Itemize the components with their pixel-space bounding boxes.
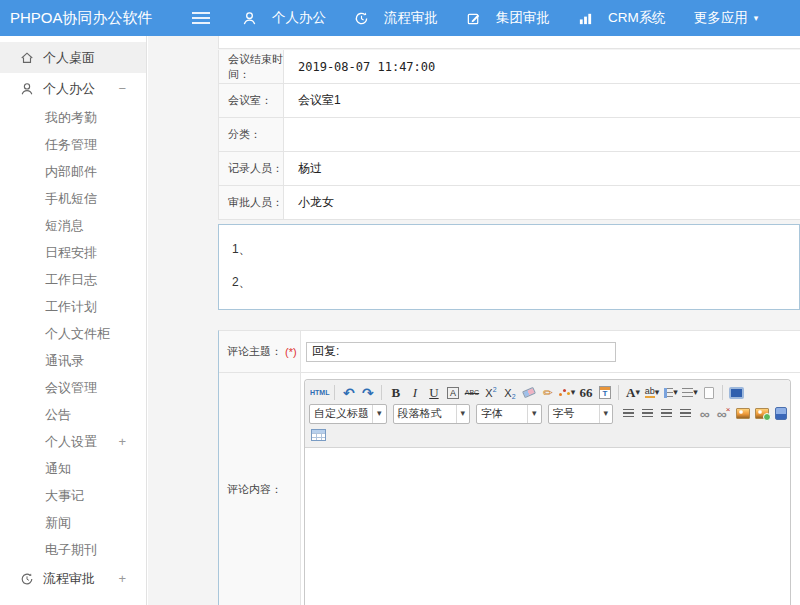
- insert-image-button[interactable]: [734, 405, 751, 422]
- insert-table-button[interactable]: [310, 426, 327, 443]
- bold-button[interactable]: B: [387, 384, 404, 401]
- highlight-button[interactable]: ab▾: [643, 384, 660, 401]
- nav-workflow-approval[interactable]: 流程审批: [354, 9, 438, 27]
- link-icon: ∞: [700, 409, 710, 419]
- align-left-icon: [623, 409, 634, 419]
- sidebar-item-major-events[interactable]: 大事记: [0, 482, 146, 509]
- nav-label: 集团审批: [496, 9, 550, 27]
- field-label: 分类：: [219, 118, 284, 151]
- font-color-button[interactable]: A▾: [624, 384, 641, 401]
- field-value-category: [284, 118, 800, 151]
- justify-icon: [680, 409, 691, 419]
- chevron-down-icon: ▾: [693, 388, 698, 397]
- editor-content[interactable]: [305, 448, 790, 605]
- special-color-button[interactable]: ▾: [558, 384, 575, 401]
- sidebar-item-personal-office[interactable]: 个人办公 −: [0, 73, 146, 104]
- superscript-button[interactable]: X2: [482, 384, 499, 401]
- table-row: 会议结束时间： 2019-08-07 11:47:00: [219, 50, 800, 84]
- sidebar-item-tasks[interactable]: 任务管理: [0, 131, 146, 158]
- chevron-down-icon: ▾: [456, 405, 470, 423]
- field-label: 会议室：: [219, 84, 284, 117]
- sidebar-item-e-journal[interactable]: 电子期刊: [0, 536, 146, 563]
- sidebar-item-short-message[interactable]: 短消息: [0, 212, 146, 239]
- comment-subject-label: 评论主题： (*): [219, 331, 301, 372]
- sidebar-item-workflow-approval[interactable]: 流程审批 +: [0, 563, 146, 594]
- expand-icon[interactable]: +: [118, 571, 126, 586]
- meeting-detail-table: 会议结束时间： 2019-08-07 11:47:00 会议室： 会议室1 分类…: [218, 50, 800, 220]
- sidebar-item-news[interactable]: 新闻: [0, 509, 146, 536]
- sidebar-item-personal-files[interactable]: 个人文件柜: [0, 320, 146, 347]
- redo-button[interactable]: ↷: [359, 384, 376, 401]
- sidebar-item-meeting-management[interactable]: 会议管理: [0, 374, 146, 401]
- font-size-select[interactable]: 字号▾: [548, 404, 614, 424]
- custom-heading-select[interactable]: 自定义标题▾: [309, 404, 387, 424]
- sidebar-item-attendance[interactable]: 我的考勤: [0, 104, 146, 131]
- insert-link-button[interactable]: ∞: [696, 405, 713, 422]
- blockquote-button[interactable]: 66: [577, 384, 594, 401]
- nav-crm-system[interactable]: CRM系统: [578, 9, 666, 27]
- undo-button[interactable]: ↶: [340, 384, 357, 401]
- strikethrough-button[interactable]: ABC: [463, 384, 480, 401]
- format-painter-button[interactable]: ✏: [539, 384, 556, 401]
- underline-button[interactable]: U: [425, 384, 442, 401]
- select-value: 自定义标题: [310, 406, 372, 421]
- comment-subject-input[interactable]: [306, 342, 616, 362]
- minutes-line: 2、: [232, 266, 799, 299]
- sidebar-item-label: 新闻: [45, 515, 71, 530]
- paragraph-format-select[interactable]: 段落格式▾: [393, 404, 471, 424]
- comment-content-label: 评论内容：: [219, 373, 301, 605]
- meeting-minutes-box[interactable]: 1、 2、: [218, 224, 800, 310]
- nav-more-apps[interactable]: 更多应用 ▾: [694, 9, 759, 27]
- sidebar-item-mobile-sms[interactable]: 手机短信: [0, 185, 146, 212]
- sidebar-item-work-log[interactable]: 工作日志: [0, 266, 146, 293]
- sidebar-item-internal-mail[interactable]: 内部邮件: [0, 158, 146, 185]
- sidebar-item-contacts[interactable]: 通讯录: [0, 347, 146, 374]
- remove-link-button[interactable]: ∞×: [715, 405, 732, 422]
- top-nav: 个人办公 流程审批 集团审批 CRM系统 更多应用 ▾: [242, 9, 758, 27]
- italic-button[interactable]: I: [406, 384, 423, 401]
- align-center-button[interactable]: [639, 405, 656, 422]
- sidebar-item-label: 工作计划: [45, 299, 97, 314]
- superscript-base: X: [485, 387, 492, 399]
- font-family-select[interactable]: 字体▾: [476, 404, 542, 424]
- remove-format-button[interactable]: [520, 384, 537, 401]
- nav-personal-office[interactable]: 个人办公: [242, 9, 326, 27]
- boxed-a-icon: A: [447, 387, 459, 399]
- rich-text-editor: HTML ↶ ↷ B I U A ABC X2 X2: [304, 379, 791, 605]
- ordered-list-button[interactable]: ▾: [662, 384, 679, 401]
- field-label: 会议结束时间：: [219, 50, 284, 83]
- upload-image-button[interactable]: [753, 405, 770, 422]
- unordered-list-button[interactable]: ▾: [681, 384, 698, 401]
- subscript-button[interactable]: X2: [501, 384, 518, 401]
- collapse-icon[interactable]: −: [118, 81, 126, 96]
- new-document-button[interactable]: [700, 384, 717, 401]
- insert-media-button[interactable]: [772, 405, 789, 422]
- font-style-button[interactable]: A: [444, 384, 461, 401]
- superscript-mark: 2: [493, 386, 497, 393]
- sidebar-item-label: 短消息: [45, 218, 84, 233]
- hamburger-menu-icon[interactable]: [192, 12, 210, 24]
- sidebar-item-schedule[interactable]: 日程安排: [0, 239, 146, 266]
- justify-button[interactable]: [677, 405, 694, 422]
- subscript-base: X: [504, 387, 511, 399]
- sidebar-item-announcement[interactable]: 公告: [0, 401, 146, 428]
- toolbar-separator: [381, 385, 382, 400]
- image-icon: [736, 408, 750, 419]
- table-row: 记录人员： 杨过: [219, 152, 800, 186]
- monitor-icon: [729, 387, 744, 399]
- edit-icon: [466, 11, 481, 26]
- sidebar-item-personal-desktop[interactable]: 个人桌面: [0, 42, 146, 73]
- expand-icon[interactable]: +: [118, 428, 126, 455]
- fullscreen-button[interactable]: [728, 384, 745, 401]
- paste-as-text-button[interactable]: T: [596, 384, 613, 401]
- toolbar-separator: [618, 385, 619, 400]
- align-right-button[interactable]: [658, 405, 675, 422]
- table-row: 分类：: [219, 118, 800, 152]
- nav-group-approval[interactable]: 集团审批: [466, 9, 550, 27]
- sidebar-item-work-plan[interactable]: 工作计划: [0, 293, 146, 320]
- user-icon: [242, 11, 257, 26]
- align-left-button[interactable]: [620, 405, 637, 422]
- sidebar-item-notice[interactable]: 通知: [0, 455, 146, 482]
- sidebar-item-personal-settings[interactable]: 个人设置 +: [0, 428, 146, 455]
- source-code-button[interactable]: HTML: [310, 384, 329, 401]
